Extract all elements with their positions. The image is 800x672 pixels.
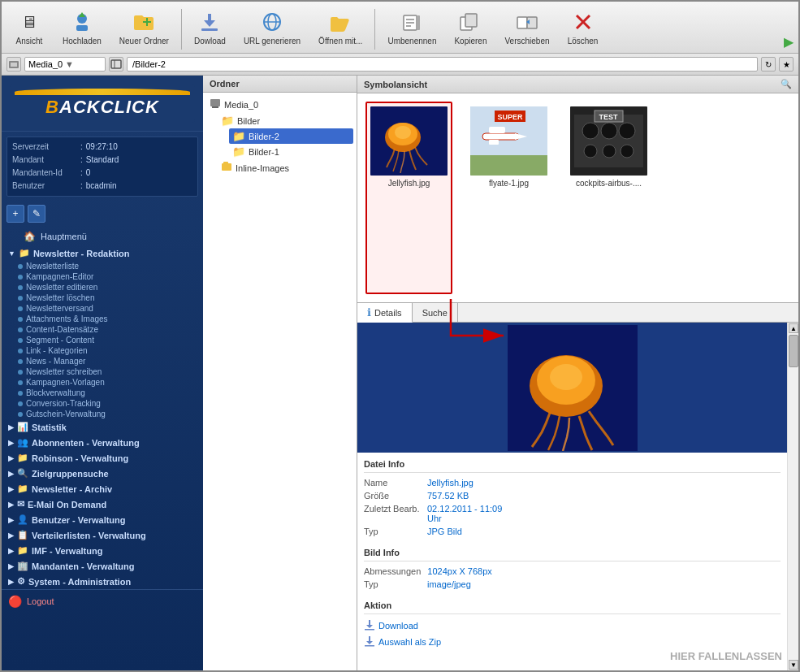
- sidebar-subitem-kampagnen-vorlagen[interactable]: Kampagnen-Vorlagen: [2, 377, 203, 388]
- sidebar-subitem-content-datensaetze[interactable]: Content-Datensätze: [2, 324, 203, 335]
- toolbar-umbenennen-label: Umbenennen: [387, 37, 436, 46]
- folder-item-inline[interactable]: Inline-Images: [218, 159, 353, 176]
- file-thumb-jellyfish[interactable]: Jellyfish.jpg: [365, 102, 452, 294]
- refresh-icon[interactable]: ↻: [761, 57, 776, 72]
- sidebar-subitem-segment-content[interactable]: Segment - Content: [2, 335, 203, 345]
- toolbar-download-btn[interactable]: Dowload: [187, 5, 233, 50]
- svg-point-58: [550, 364, 582, 390]
- toolbar-oeffnen-btn[interactable]: Öffnen mit...: [311, 5, 370, 50]
- scrollbar-up-btn[interactable]: ▲: [789, 323, 798, 333]
- toolbar-kopieren-btn[interactable]: Kopieren: [447, 5, 494, 50]
- sidebar-subitem-gutschein-verwaltung[interactable]: Gutschein-Verwaltung: [2, 409, 203, 419]
- sidebar-subitem-conversion-tracking[interactable]: Conversion-Tracking: [2, 398, 203, 409]
- sidebar-subitem-newsletterliste[interactable]: Newsletterliste: [2, 261, 203, 271]
- folder-item-bilder2[interactable]: 📁 Bilder-2: [229, 128, 353, 144]
- sidebar-logout[interactable]: 🔴 Logout: [2, 589, 203, 613]
- svg-rect-4: [146, 18, 148, 26]
- svg-point-49: [584, 145, 597, 158]
- scrollbar-down-btn[interactable]: ▼: [789, 660, 798, 670]
- folder-item-bilder1[interactable]: 📁 Bilder-1: [229, 144, 353, 159]
- abonnenten-folder-icon: 👥: [17, 437, 28, 448]
- file-info-section: Datei Info Name Jellyfish.jpg Größe 757.…: [357, 453, 787, 541]
- tab-suche[interactable]: Suche: [413, 303, 458, 322]
- dot-icon: [18, 275, 23, 280]
- zielgruppe-group-label: Zielgruppensuche: [32, 469, 109, 479]
- sidebar-subitem-news-manager[interactable]: News - Manager: [2, 356, 203, 366]
- sidebar-add-btn[interactable]: +: [6, 205, 24, 223]
- sidebar-group-statistik[interactable]: ▶ 📊 Statistik: [2, 419, 203, 435]
- scrollbar[interactable]: ▲ ▼: [787, 323, 798, 670]
- aktion-section: Aktion Download: [357, 594, 787, 653]
- sidebar-group-system[interactable]: ▶ ⚙ System - Administration: [2, 574, 203, 589]
- tab-details[interactable]: ℹ Details: [357, 303, 413, 323]
- robinson-folder-icon: 📁: [17, 453, 28, 463]
- server-info-row-2: Mandanten-Id : 0: [12, 167, 192, 180]
- sidebar-subitem-link-kategorien[interactable]: Link - Kategorien: [2, 345, 203, 356]
- benutzer-folder-icon: 👤: [17, 514, 28, 525]
- sidebar-subitem-newsletterversand[interactable]: Newsletterversand: [2, 303, 203, 314]
- sidebar-subitem-newsletter-schreiben[interactable]: Newsletter schreiben: [2, 366, 203, 377]
- sidebar-group-imf[interactable]: ▶ 📁 IMF - Verwaltung: [2, 543, 203, 558]
- sidebar-group-email-demand[interactable]: ▶ ✉ E-Mail On Demand: [2, 496, 203, 512]
- file-typ-value: JPG Bild: [427, 527, 462, 536]
- folder-item-bilder2-label: Bilder-2: [249, 132, 279, 141]
- toolbar-loeschen-btn[interactable]: Löschen: [560, 5, 606, 50]
- newsletter-expand-icon: ▼: [8, 249, 15, 258]
- toolbar-arrow[interactable]: ▶: [784, 34, 794, 50]
- inline-icon: [221, 161, 232, 175]
- folder-item-media0[interactable]: Media_0: [206, 96, 353, 113]
- benutzer-expand-icon: ▶: [8, 516, 14, 524]
- bookmark-icon[interactable]: ★: [779, 57, 794, 72]
- file-groesse-value: 757.52 KB: [427, 491, 469, 501]
- file-thumb-cockpits[interactable]: TEST cockpits-airbus-....: [565, 102, 652, 294]
- svg-rect-40: [489, 127, 505, 133]
- file-thumb-flyate[interactable]: SUPER flyate-1.jpg: [465, 102, 552, 294]
- sidebar-group-zielgruppe[interactable]: ▶ 🔍 Zielgruppensuche: [2, 466, 203, 481]
- sidebar-item-hauptmenu[interactable]: 🏠 Hauptmenü: [2, 228, 203, 245]
- sidebar-group-benutzer[interactable]: ▶ 👤 Benutzer - Verwaltung: [2, 512, 203, 527]
- sidebar-subitem-blockverwaltung[interactable]: Blockverwaltung: [2, 388, 203, 398]
- download-link[interactable]: Download: [364, 618, 781, 634]
- sidebar-group-newsletter-archiv[interactable]: ▶ 📁 Newsletter - Archiv: [2, 481, 203, 496]
- aktion-title: Aktion: [364, 597, 781, 614]
- zip-link[interactable]: Auswahl als Zip: [364, 634, 781, 650]
- sidebar-group-mandanten[interactable]: ▶ 🏢 Mandanten - Verwaltung: [2, 558, 203, 574]
- newsletter-folder-icon: 📁: [19, 248, 30, 258]
- file-name-value: Jellyfish.jpg: [427, 478, 474, 488]
- media-dropdown[interactable]: Media_0 ▼: [24, 57, 106, 72]
- download-link-icon: [364, 619, 375, 632]
- sidebar-group-verteilerlisten[interactable]: ▶ 📋 Verteilerlisten - Verwaltung: [2, 527, 203, 543]
- file-manager: Ordner Media_0 📁 Bilder: [203, 76, 798, 670]
- sidebar-group-abonnenten[interactable]: ▶ 👥 Abonnenten - Verwaltung: [2, 435, 203, 450]
- path-input[interactable]: /Bilder-2: [127, 57, 758, 72]
- sidebar-group-newsletter[interactable]: ▼ 📁 Newsletter - Redaktion: [2, 245, 203, 261]
- search-icon[interactable]: 🔍: [781, 79, 792, 89]
- details-content: Datei Info Name Jellyfish.jpg Größe 757.…: [357, 323, 798, 670]
- svg-rect-63: [369, 636, 370, 642]
- dot-icon: [18, 370, 23, 375]
- zip-link-icon: [364, 635, 375, 648]
- scrollbar-track-area: [788, 368, 798, 659]
- toolbar-verschieben-btn[interactable]: Verschieben: [497, 5, 556, 50]
- sidebar-edit-btn[interactable]: ✎: [28, 205, 45, 223]
- sidebar-actions: + ✎: [2, 202, 203, 226]
- server-info: Serverzeit : 09:27:10 Mandant : Standard…: [6, 137, 198, 197]
- toolbar-hochladen-btn[interactable]: Hochladen: [55, 5, 109, 50]
- sidebar-subitem-kampagnen-editor[interactable]: Kampagnen-Editor: [2, 271, 203, 282]
- sidebar-subitem-newsletter-editieren[interactable]: Newsletter editieren: [2, 282, 203, 293]
- verteilerlisten-expand-icon: ▶: [8, 531, 14, 540]
- folder-panel-header: Ordner: [203, 76, 357, 93]
- folder-item-bilder[interactable]: 📁 Bilder: [218, 113, 353, 128]
- toolbar-url-btn[interactable]: URL generieren: [236, 5, 308, 50]
- sidebar-group-robinson[interactable]: ▶ 📁 Robinson - Verwaltung: [2, 450, 203, 466]
- sidebar-subitem-newsletter-loeschen[interactable]: Newsletter löschen: [2, 293, 203, 303]
- folder-item-inline-label: Inline-Images: [236, 163, 289, 173]
- toolbar-sep-1: [181, 9, 182, 50]
- scrollbar-thumb[interactable]: [789, 335, 798, 367]
- toolbar-neuer-ordner-btn[interactable]: Neuer Ordner: [112, 5, 176, 50]
- toolbar-umbenennen-btn[interactable]: Umbenennen: [380, 5, 443, 50]
- thumb-preview: [357, 323, 787, 453]
- toolbar-ansicht-btn[interactable]: 🖥 Ansicht: [6, 5, 52, 50]
- sidebar-subitem-attachments[interactable]: Attachments & Images: [2, 314, 203, 324]
- file-typ-label: Typ: [364, 527, 421, 536]
